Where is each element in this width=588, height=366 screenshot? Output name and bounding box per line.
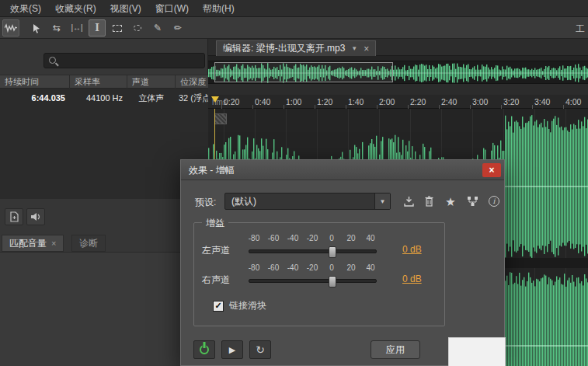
- brush-tool-button[interactable]: ✎: [149, 19, 166, 37]
- menu-window[interactable]: 窗口(W): [148, 0, 196, 17]
- right-channel-slider[interactable]: [249, 279, 377, 283]
- hierarchy-icon: [467, 196, 478, 207]
- menu-help[interactable]: 帮助(H): [196, 0, 242, 17]
- waveform-icon: [5, 23, 17, 33]
- scale-tick: 20: [346, 263, 355, 272]
- marquee-tool-button[interactable]: [109, 19, 126, 37]
- favorites-editor-button[interactable]: [464, 193, 481, 210]
- move-tool-button[interactable]: [28, 19, 45, 37]
- chevron-down-icon[interactable]: ▼: [351, 45, 357, 52]
- gain-group-label: 增益: [202, 217, 228, 230]
- left-channel-slider-thumb[interactable]: [329, 246, 336, 258]
- link-sliders-label: 链接滑块: [229, 299, 266, 312]
- left-channel-value[interactable]: 0 dB: [402, 244, 422, 255]
- preset-dropdown[interactable]: (默认) ▼: [224, 193, 391, 210]
- scale-tick: -20: [307, 263, 318, 272]
- timeline-tick: 1:40: [348, 97, 364, 106]
- waveform-overview[interactable]: [208, 61, 588, 84]
- column-channels[interactable]: 声道: [127, 75, 176, 89]
- timeline-tick: 1:20: [317, 97, 332, 106]
- save-preset-button[interactable]: [400, 193, 417, 210]
- apply-button[interactable]: 应用: [371, 340, 420, 359]
- right-channel-value[interactable]: 0 dB: [402, 274, 422, 284]
- favorite-star-button[interactable]: ★: [442, 193, 459, 210]
- scale-tick: -80: [249, 234, 259, 242]
- marquee-icon: [113, 25, 122, 32]
- scale-tick: -40: [287, 234, 298, 242]
- power-toggle-button[interactable]: [193, 340, 215, 359]
- time-selection-tool-button[interactable]: |↔|: [68, 19, 85, 37]
- preview-speaker-button[interactable]: [26, 208, 45, 225]
- lasso-icon: [134, 25, 141, 31]
- dialog-close-button[interactable]: ×: [482, 163, 501, 177]
- file-row[interactable]: 6:44.035 44100 Hz 立体声 32 (浮点): [0, 90, 208, 106]
- preset-value: (默认): [231, 193, 256, 209]
- link-sliders-checkbox[interactable]: ✓ 链接滑块: [213, 299, 266, 312]
- ibeam-icon: I: [95, 23, 99, 33]
- menu-favorites[interactable]: 收藏夹(R): [48, 0, 103, 17]
- column-duration[interactable]: 持续时间: [0, 75, 70, 89]
- editor-tab-close-icon[interactable]: ×: [364, 44, 369, 54]
- scale-tick: -40: [287, 263, 298, 272]
- tab-match-volume[interactable]: 匹配音量 ×: [2, 235, 64, 252]
- scale-tick: 40: [366, 234, 374, 242]
- tab-close-icon[interactable]: ×: [51, 239, 56, 248]
- timeline-tick: 4:00: [565, 97, 581, 106]
- menu-effects[interactable]: 效果(S): [3, 0, 48, 17]
- obscured-overlay: [448, 337, 506, 366]
- trash-icon: [424, 196, 434, 207]
- scale-tick: -20: [307, 234, 318, 242]
- ibeam-tool-button[interactable]: I: [89, 19, 106, 37]
- left-channel-slider[interactable]: [249, 249, 377, 253]
- timeline-tick: 2:00: [379, 97, 395, 106]
- column-sample-rate[interactable]: 采样率: [70, 75, 127, 89]
- amplify-dialog: 效果 - 增幅 × 预设: (默认) ▼ ★ i 增益 -80 -60 -40 …: [180, 159, 505, 366]
- timeline-tick: 3:40: [534, 97, 550, 106]
- files-panel: 持续时间 采样率 声道 位深度 6:44.035 44100 Hz 立体声 32…: [0, 39, 208, 366]
- view-range-indicator[interactable]: [214, 62, 393, 82]
- search-input[interactable]: [61, 54, 201, 67]
- pencil-tool-button[interactable]: ✏: [169, 19, 186, 37]
- column-bit-depth[interactable]: 位深度: [176, 75, 208, 89]
- timeline-tick: 3:20: [503, 97, 519, 106]
- dialog-title-bar[interactable]: 效果 - 增幅 ×: [181, 160, 504, 180]
- playhead-marker[interactable]: [211, 96, 219, 103]
- slip-tool-icon: ⇆: [53, 23, 61, 33]
- editor-tab-bar: 编辑器: 梁博-出现又离开.mp3 ▼ ×: [208, 39, 588, 56]
- tab-diagnostics[interactable]: 诊断: [71, 235, 106, 252]
- search-box[interactable]: [43, 53, 205, 68]
- lasso-tool-button[interactable]: [129, 19, 146, 37]
- dialog-title: 效果 - 增幅: [189, 160, 235, 180]
- checkbox-icon: ✓: [213, 301, 224, 312]
- right-channel-label: 右声道: [202, 274, 230, 287]
- info-icon: i: [489, 196, 499, 207]
- slip-tool-button[interactable]: ⇆: [48, 19, 65, 37]
- zoom-strip: [208, 84, 588, 95]
- editor-tab[interactable]: 编辑器: 梁博-出现又离开.mp3 ▼ ×: [216, 40, 376, 56]
- timeline-tick: 0:40: [255, 97, 270, 106]
- file-bit-depth: 32 (浮点): [179, 90, 208, 106]
- gain-group: 增益 -80 -60 -40 -20 0 20 40 左声道 0 dB -80 …: [193, 222, 445, 326]
- tab-diagnostics-label: 诊断: [79, 237, 98, 250]
- drag-zoom-icon[interactable]: [214, 113, 227, 124]
- menu-bar: 效果(S) 收藏夹(R) 视图(V) 窗口(W) 帮助(H): [0, 0, 588, 17]
- preview-play-button[interactable]: ▶: [221, 340, 243, 359]
- play-icon: ▶: [229, 346, 235, 354]
- workspace-label: 工: [576, 23, 586, 36]
- import-file-button[interactable]: [5, 208, 23, 225]
- menu-view[interactable]: 视图(V): [103, 0, 148, 17]
- files-table-header: 持续时间 采样率 声道 位深度: [0, 75, 208, 89]
- move-tool-icon: [33, 23, 41, 33]
- timeline-tick: 3:00: [472, 97, 488, 106]
- brush-icon: ✎: [154, 23, 162, 33]
- waveform-view-button[interactable]: [2, 19, 19, 37]
- timeline-tick: 2:20: [410, 97, 426, 106]
- tab-match-volume-label: 匹配音量: [9, 237, 47, 250]
- info-button[interactable]: i: [485, 193, 503, 210]
- timeline-ruler[interactable]: hms 0:20 0:40 1:00 1:20 1:40 2:00 2:20 2…: [208, 95, 588, 109]
- right-channel-slider-thumb[interactable]: [329, 276, 336, 288]
- audition-window: 效果(S) 收藏夹(R) 视图(V) 窗口(W) 帮助(H) ⇆ |↔| I ✎…: [0, 0, 588, 366]
- delete-preset-button[interactable]: [420, 193, 437, 210]
- scale-tick: -80: [249, 263, 259, 272]
- loop-playback-button[interactable]: ↻: [249, 340, 271, 359]
